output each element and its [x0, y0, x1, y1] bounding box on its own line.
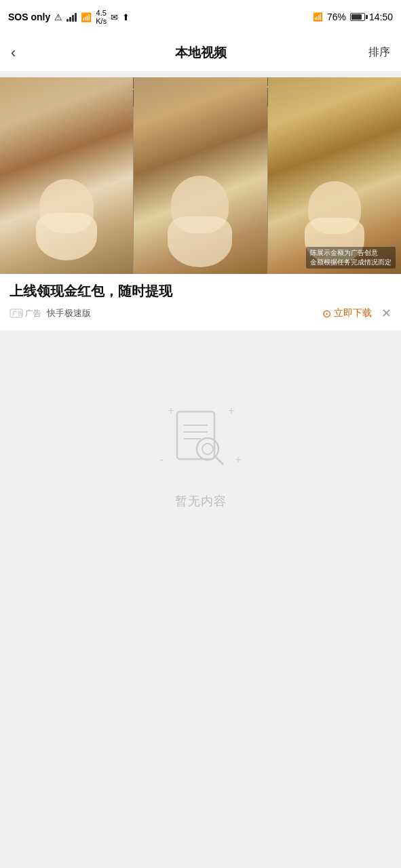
- time-display: 14:50: [369, 12, 393, 22]
- ad-label: 广告: [25, 308, 41, 319]
- battery-icon: [350, 13, 365, 21]
- sim-icon: 📶: [313, 12, 323, 22]
- ad-image-strip: [0, 77, 401, 274]
- cat-image-2: [134, 77, 267, 274]
- svg-line-8: [215, 456, 223, 464]
- cat-image-1: [0, 77, 133, 274]
- ad-title: 上线领现金红包，随时提现: [0, 274, 401, 306]
- page-title: 本地视频: [175, 44, 227, 62]
- ad-tag-icon: 广告: [9, 309, 23, 318]
- empty-state: + + - + 暂无内容: [0, 330, 401, 550]
- close-ad-button[interactable]: ✕: [381, 306, 392, 321]
- ad-source: 快手极速版: [47, 307, 91, 319]
- svg-rect-2: [177, 412, 214, 459]
- ad-footer-right: ⊙ 立即下载 ✕: [322, 306, 392, 321]
- empty-icon-container: + + - +: [153, 398, 248, 479]
- signal-icon: [66, 12, 77, 22]
- cat-image-3: [268, 77, 401, 274]
- data-speed: 4.5 K/s: [96, 9, 107, 25]
- sos-warning-icon: ⚠: [54, 12, 62, 22]
- svg-text:广告: 广告: [12, 311, 23, 317]
- ad-footer-left: 广告 广告 快手极速版: [9, 307, 91, 319]
- back-button[interactable]: ‹: [11, 44, 38, 62]
- navbar: ‹ 本地视频 排序: [0, 34, 401, 72]
- message-icon: ✉: [111, 12, 118, 22]
- svg-point-7: [202, 443, 213, 454]
- empty-document-icon: [167, 405, 235, 473]
- ad-image-bottom-text: 陈展示金额为广告创意 金额根据任务完成情况而定: [306, 247, 396, 269]
- status-bar: SOS only ⚠ 📶 4.5 K/s ✉ ⬆ 📶 76% 14:50: [0, 0, 401, 34]
- sort-button[interactable]: 排序: [363, 45, 390, 60]
- ad-card: 应用名称：快手极速版｜应用版本：11.8.30.6512｜开发者：北京快手科技有…: [0, 77, 401, 330]
- nav-divider: [0, 72, 401, 77]
- sos-label: SOS only: [8, 12, 50, 22]
- download-arrow-icon: ⊙: [322, 307, 331, 320]
- battery-percent: 76%: [327, 12, 346, 22]
- status-right: 📶 76% 14:50: [313, 12, 393, 22]
- download-label: 立即下载: [334, 307, 372, 319]
- empty-text: 暂无内容: [175, 493, 227, 509]
- deco-plus-3: -: [160, 454, 164, 466]
- status-left: SOS only ⚠ 📶 4.5 K/s ✉ ⬆: [8, 9, 130, 25]
- ad-tag: 广告 广告: [9, 308, 41, 319]
- download-button[interactable]: ⊙ 立即下载: [322, 307, 372, 320]
- upload-icon: ⬆: [122, 12, 130, 22]
- ad-footer: 广告 广告 快手极速版 ⊙ 立即下载 ✕: [0, 306, 401, 330]
- wifi-icon: 📶: [81, 12, 92, 22]
- deco-plus-4: +: [235, 454, 241, 466]
- ad-image-container[interactable]: 应用名称：快手极速版｜应用版本：11.8.30.6512｜开发者：北京快手科技有…: [0, 77, 401, 274]
